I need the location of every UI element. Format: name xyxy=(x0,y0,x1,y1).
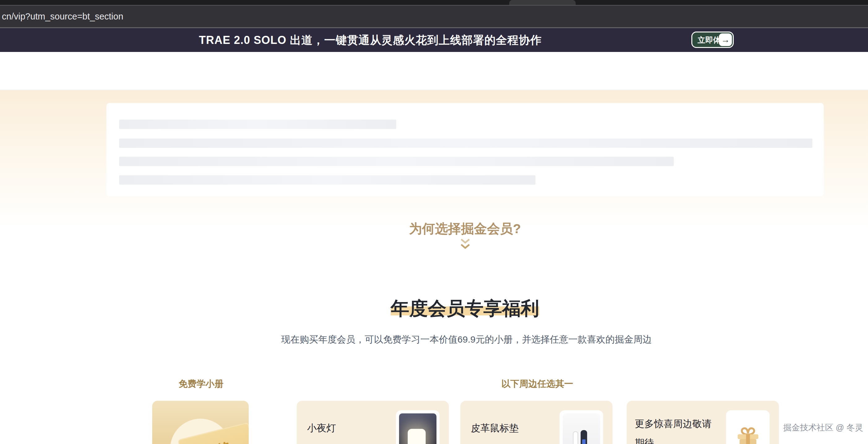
why-section-title: 为何选择掘金会员? xyxy=(409,220,521,237)
gift-name: 小夜灯 xyxy=(307,422,336,435)
benefits-title-text: 年度会员专享福利 xyxy=(391,298,539,319)
browser-active-tab[interactable] xyxy=(509,0,576,5)
gift-name: 更多惊喜周边敬请期待... xyxy=(635,414,720,444)
mousepad-roll-dark xyxy=(581,430,587,444)
browser-toolbar: cn/vip?utm_source=bt_section xyxy=(0,5,868,28)
mousepad-photo xyxy=(563,413,600,444)
gift-photo-frame xyxy=(396,410,440,444)
mousepad-label-mark xyxy=(582,439,586,444)
gift-box-illustration xyxy=(729,413,767,444)
mousepad-roll-light xyxy=(573,431,578,444)
skeleton-loading-card xyxy=(106,103,824,196)
address-bar[interactable]: cn/vip?utm_source=bt_section xyxy=(2,11,123,22)
watermark-text: 掘金技术社区 @ 冬灵 xyxy=(783,422,863,433)
benefits-title: 年度会员专享福利 xyxy=(391,296,539,321)
promo-banner-text: TRAE 2.0 SOLO 出道，一键贯通从灵感火花到上线部署的全程协作 xyxy=(199,32,541,47)
night-light-photo xyxy=(399,413,436,444)
browser-tabstrip xyxy=(0,0,868,5)
lamp-glow xyxy=(408,429,426,444)
booklet-card[interactable]: 兑换 xyxy=(152,401,249,444)
promo-cta-button[interactable]: 立即体验 → xyxy=(691,32,734,48)
skeleton-bar xyxy=(119,175,535,185)
gift-card-mousepad[interactable]: 皮革鼠标垫 xyxy=(460,401,613,444)
promo-banner[interactable]: TRAE 2.0 SOLO 出道，一键贯通从灵感火花到上线部署的全程协作 立即体… xyxy=(0,28,868,52)
navbar: 稀土掘金 首页 AI Coding NEW 沸点 课程 直播 活动 AI刷题 A… xyxy=(0,52,868,90)
screen: cn/vip?utm_source=bt_section TRAE 2.0 SO… xyxy=(0,0,868,444)
booklet-section-label: 免费学小册 xyxy=(179,378,224,390)
benefits-subtitle: 现在购买年度会员，可以免费学习一本价值69.9元的小册，并选择任意一款喜欢的掘金… xyxy=(281,333,652,346)
gift-photo-frame xyxy=(560,410,603,444)
double-chevron-down-icon xyxy=(460,238,470,252)
gift-card-more-surprises[interactable]: 更多惊喜周边敬请期待... xyxy=(627,401,779,444)
skeleton-bar xyxy=(119,157,674,166)
skeleton-bar xyxy=(119,120,396,129)
arrow-right-icon: → xyxy=(719,33,732,46)
gift-photo-frame xyxy=(726,410,770,444)
skeleton-bar xyxy=(119,138,812,148)
gift-name: 皮革鼠标垫 xyxy=(471,422,519,435)
gifts-section-label: 以下周边任选其一 xyxy=(501,378,573,390)
gift-card-night-light[interactable]: 小夜灯 xyxy=(297,401,449,444)
gift-icon xyxy=(733,423,763,444)
